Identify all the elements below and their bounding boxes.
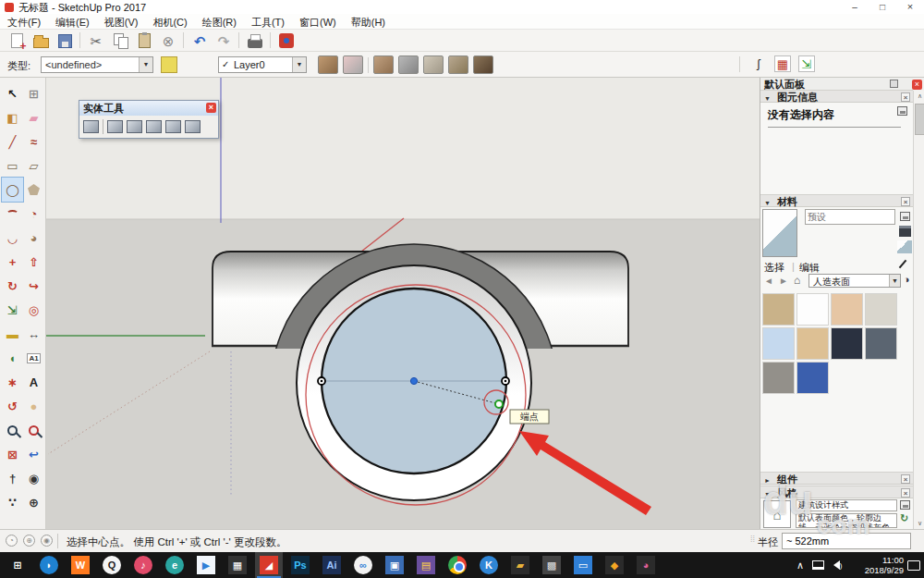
close-icon[interactable]: × bbox=[901, 488, 910, 498]
select-tool[interactable]: ↖ bbox=[2, 81, 23, 105]
dimension-tool[interactable]: ↔ bbox=[23, 322, 44, 346]
follow-me-tool[interactable]: ↪ bbox=[23, 274, 44, 298]
style-thumbnail[interactable]: ⌂ bbox=[763, 500, 791, 528]
materials-header[interactable]: ▼ 材料 × bbox=[760, 194, 913, 207]
offset-tool[interactable]: ◎ bbox=[23, 298, 44, 322]
new-button[interactable]: + bbox=[6, 31, 28, 51]
photoshop-app[interactable]: Ps bbox=[286, 552, 314, 578]
arc-3pt-tool[interactable]: ◡ bbox=[2, 226, 23, 250]
menu-item-3[interactable]: 相机(C) bbox=[145, 14, 194, 30]
axes-tool[interactable]: ∗ bbox=[2, 370, 23, 394]
paint-bucket-tool[interactable]: ◧ bbox=[2, 105, 23, 129]
print-button[interactable] bbox=[244, 31, 266, 51]
subtract-button[interactable] bbox=[146, 120, 162, 133]
claim-credit-icon[interactable]: ⊕ bbox=[23, 535, 35, 547]
outer-shell-button[interactable] bbox=[83, 120, 99, 133]
palette-app[interactable]: ◕ bbox=[632, 552, 660, 578]
line-tool[interactable]: ╱ bbox=[2, 129, 23, 154]
menu-item-4[interactable]: 绘图(R) bbox=[195, 14, 244, 30]
close-button[interactable]: × bbox=[896, 0, 924, 14]
rotated-rectangle-tool[interactable]: ▱ bbox=[23, 154, 44, 178]
make-component-tool[interactable]: ⊞ bbox=[23, 81, 44, 105]
material-swatch[interactable] bbox=[865, 293, 897, 326]
scroll-up-icon[interactable]: ∧ bbox=[914, 91, 924, 102]
tray-close-icon[interactable]: × bbox=[912, 80, 922, 90]
browser-app[interactable]: ◗ bbox=[35, 552, 63, 578]
zoom-previous-tool[interactable]: ↩ bbox=[23, 442, 44, 466]
freehand-tool[interactable]: ≈ bbox=[23, 129, 44, 154]
arc-2pt-tool[interactable] bbox=[2, 202, 23, 226]
material-swatch[interactable] bbox=[762, 293, 795, 326]
menu-item-0[interactable]: 文件(F) bbox=[0, 14, 48, 30]
k-app[interactable]: K bbox=[475, 552, 503, 578]
taskbar-clock[interactable]: 11:00 2018/9/29 bbox=[848, 555, 904, 576]
back-arrow-icon[interactable]: ◄ bbox=[764, 276, 773, 286]
scroll-down-icon[interactable]: ∨ bbox=[914, 518, 924, 529]
polygon-tool[interactable] bbox=[23, 178, 44, 202]
protractor-tool[interactable]: ◖ bbox=[2, 346, 23, 370]
viewport-canvas[interactable]: 端点 bbox=[46, 78, 760, 529]
close-icon[interactable]: × bbox=[901, 92, 910, 102]
forward-arrow-icon[interactable]: ► bbox=[779, 276, 788, 286]
screenshot-app[interactable]: ▩ bbox=[538, 552, 565, 578]
classifier-tool-button[interactable] bbox=[161, 56, 177, 73]
material-preview[interactable] bbox=[762, 209, 797, 257]
chevron-down-icon[interactable]: ▼ bbox=[139, 57, 152, 72]
trim-button[interactable] bbox=[165, 120, 181, 133]
look-around-tool[interactable]: ◉ bbox=[23, 466, 44, 490]
target-tool[interactable]: ⊕ bbox=[23, 490, 44, 514]
move-tool[interactable]: + bbox=[2, 250, 23, 274]
components-header[interactable]: ► 组件 × bbox=[760, 472, 913, 485]
circle-tool[interactable]: ◯ bbox=[2, 178, 23, 202]
maximize-button[interactable]: □ bbox=[869, 0, 896, 14]
menu-item-7[interactable]: 帮助(H) bbox=[344, 14, 393, 30]
entity-info-header[interactable]: ▼ 图元信息 × bbox=[760, 90, 913, 103]
stamp-tool[interactable] bbox=[398, 55, 419, 74]
measurement-input[interactable] bbox=[782, 533, 911, 549]
tape-measure-tool[interactable]: ▬ bbox=[2, 322, 23, 346]
panel-scrollbar[interactable]: ∧ ∨ bbox=[913, 91, 924, 529]
update-style-icon[interactable]: ↻ bbox=[900, 512, 908, 524]
tab-select[interactable]: 选择 bbox=[764, 261, 784, 275]
undo-button[interactable]: ↶ bbox=[188, 31, 211, 51]
union-button[interactable] bbox=[127, 120, 142, 133]
winrar-app[interactable]: ▤ bbox=[412, 552, 440, 578]
zoom-extents-tool[interactable]: ⊠ bbox=[2, 442, 23, 466]
hook-tool[interactable]: ʃ bbox=[750, 55, 767, 72]
zoom-window-tool[interactable] bbox=[23, 418, 44, 442]
collection-combo[interactable]: 人造表面 ▼ bbox=[808, 274, 901, 288]
solid-tools-header[interactable]: 实体工具 × bbox=[79, 101, 218, 116]
classification-combo[interactable]: <undefined> ▼ bbox=[41, 56, 153, 73]
flip-edge-tool[interactable] bbox=[473, 55, 493, 74]
paint-cube-icon[interactable] bbox=[899, 226, 911, 237]
material-swatch[interactable] bbox=[762, 327, 795, 360]
material-swatch[interactable] bbox=[796, 293, 829, 326]
sign-in-icon[interactable]: ◉ bbox=[41, 535, 53, 547]
erase-button[interactable]: ⊗ bbox=[157, 31, 179, 51]
material-name-input[interactable] bbox=[805, 209, 895, 225]
bird-messenger-app[interactable]: ▶ bbox=[192, 552, 220, 578]
start-button[interactable]: ⊞ bbox=[4, 552, 31, 578]
drawing-viewport[interactable]: 端点 实体工具 × bbox=[46, 78, 760, 529]
wangwang-app[interactable]: W bbox=[67, 552, 94, 578]
eraser-tool[interactable]: ▰ bbox=[23, 105, 44, 129]
menu-item-5[interactable]: 工具(T) bbox=[244, 14, 292, 30]
chrome-app[interactable] bbox=[444, 552, 471, 578]
red-grid-tool[interactable]: ▦ bbox=[774, 55, 791, 72]
split-button[interactable] bbox=[185, 120, 201, 133]
smoove-tool[interactable] bbox=[373, 55, 394, 74]
style-name-input[interactable] bbox=[796, 499, 897, 511]
tab-edit[interactable]: 编辑 bbox=[799, 261, 820, 275]
pin-icon[interactable] bbox=[890, 80, 898, 88]
model-info-button[interactable] bbox=[275, 31, 298, 51]
menu-item-1[interactable]: 编辑(E) bbox=[48, 14, 97, 30]
drape-tool[interactable] bbox=[423, 55, 444, 74]
layer-combo[interactable]: ✓ Layer0 ▼ bbox=[218, 56, 307, 73]
pie-tool[interactable]: ◔ bbox=[23, 202, 44, 226]
orbit-tool[interactable]: ↺ bbox=[2, 394, 23, 418]
save-button[interactable] bbox=[54, 31, 76, 51]
material-swatch[interactable] bbox=[796, 362, 829, 394]
cloud-download-app[interactable]: e bbox=[161, 552, 188, 578]
tray-chevron-icon[interactable]: ∧ bbox=[793, 552, 808, 578]
material-swatch[interactable] bbox=[762, 362, 795, 394]
